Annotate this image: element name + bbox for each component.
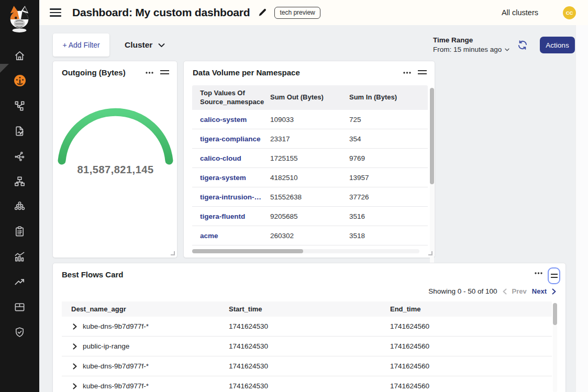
dashboard-gauge-icon: [14, 74, 26, 87]
scrollbar-thumb[interactable]: [192, 249, 303, 253]
vertical-scrollbar[interactable]: [553, 303, 557, 392]
expand-chevron-icon[interactable]: [73, 383, 77, 389]
cluster-dropdown[interactable]: Cluster: [125, 33, 165, 57]
namespace-link[interactable]: calico-system: [200, 116, 270, 124]
card-menu-ellipsis-icon[interactable]: [403, 72, 411, 74]
sidebar-item-workloads[interactable]: [14, 200, 26, 212]
start-time: 1741624530: [229, 362, 390, 370]
refresh-button[interactable]: [517, 40, 528, 50]
clipboard-report-icon: [14, 226, 26, 238]
dest-name: kube-dns-9b7d977f-*: [83, 382, 149, 390]
sidebar-item-home[interactable]: [14, 49, 26, 62]
sum-in-value: 3516: [349, 212, 417, 220]
namespace-link[interactable]: tigera-intrusion-d…: [200, 193, 270, 201]
table-row: acme 260302 3518: [192, 226, 428, 245]
namespace-link[interactable]: acme: [200, 232, 270, 240]
end-time: 1741624560: [390, 342, 552, 350]
sidebar-item-packages[interactable]: [14, 300, 26, 313]
dest-name: kube-dns-9b7d977f-*: [83, 362, 149, 370]
sum-out-value: 109033: [270, 116, 349, 124]
namespace-link[interactable]: calico-cloud: [200, 154, 270, 162]
trend-arrow-icon: [14, 276, 26, 288]
time-range-value: From: 15 minutes ago: [433, 46, 502, 53]
table-row: tigera-intrusion-d… 51552638 37726: [192, 187, 428, 207]
page-scrollbar[interactable]: [575, 25, 588, 392]
sidebar-item-service-graph[interactable]: [14, 99, 26, 112]
time-range: Time Range From: 15 minutes ago: [433, 36, 509, 53]
card-drag-handle-focused[interactable]: [548, 267, 560, 284]
sitemap-icon: [14, 175, 26, 187]
prev-button[interactable]: Prev: [512, 287, 527, 295]
outgoing-bytes-card: Outgoing (Bytes): [52, 61, 177, 258]
page-title: Dashboard: My custom dashboard: [72, 6, 250, 19]
resize-handle-icon[interactable]: [171, 251, 175, 255]
sidebar-item-compliance-reports[interactable]: [14, 225, 26, 238]
sum-out-value: 260302: [270, 232, 349, 240]
table-row: public-ip-range 1741624530 1741624560: [62, 337, 552, 356]
edit-pencil-icon[interactable]: [258, 8, 268, 18]
scrollbar-thumb[interactable]: [553, 303, 557, 325]
end-time: 1741624560: [390, 382, 552, 390]
tech-preview-badge: tech preview: [274, 7, 320, 19]
refresh-icon: [517, 40, 528, 50]
sidebar-item-metrics[interactable]: [14, 250, 26, 263]
scrollbar-thumb[interactable]: [430, 88, 434, 184]
column-header-end: End_time: [390, 305, 552, 313]
sum-in-value: 13957: [349, 174, 417, 182]
app-root: Dashboard: My custom dashboard tech prev…: [0, 0, 588, 392]
resize-handle-icon[interactable]: [428, 251, 432, 255]
avatar[interactable]: CC: [563, 6, 576, 19]
sum-out-value: 23317: [270, 135, 349, 143]
expand-chevron-icon[interactable]: [73, 363, 77, 369]
sidebar-item-flow-visualizations[interactable]: [14, 150, 26, 162]
sidebar-item-network-topology[interactable]: [14, 175, 26, 187]
table-row: tigera-system 4182510 13957: [192, 168, 428, 187]
column-header-sum-out: Sum Out (Bytes): [270, 93, 349, 102]
sum-in-value: 37726: [349, 193, 417, 201]
sum-out-value: 51552638: [270, 193, 349, 201]
sum-out-value: 9205685: [270, 212, 349, 220]
dest-name: public-ip-range: [83, 342, 129, 350]
sidebar-item-trends[interactable]: [14, 275, 26, 288]
time-range-value-dropdown[interactable]: From: 15 minutes ago: [433, 46, 509, 53]
add-filter-button[interactable]: + Add Filter: [53, 33, 109, 57]
time-range-label: Time Range: [433, 36, 509, 44]
sidebar-item-dashboards-active[interactable]: [14, 74, 26, 87]
next-button[interactable]: Next: [532, 287, 547, 295]
vertical-scrollbar[interactable]: [430, 87, 434, 268]
sidebar-item-security[interactable]: [14, 326, 26, 338]
namespace-table: Top Values Of Source_namespace Sum Out (…: [192, 85, 428, 245]
namespace-link[interactable]: tigera-fluentd: [200, 212, 270, 220]
expand-chevron-icon[interactable]: [73, 323, 77, 330]
card-drag-handle-icon[interactable]: [418, 70, 427, 75]
sidebar-item-policies[interactable]: [14, 125, 26, 137]
home-icon: [14, 50, 26, 62]
best-flows-card: Best Flows Card Showing 0 - 50 of 100 Pr…: [52, 263, 566, 392]
card-title: Best Flows Card: [62, 270, 124, 279]
chevron-right-icon[interactable]: [552, 288, 556, 295]
table-row: tigera-fluentd 9205685 3516: [192, 207, 428, 226]
sum-out-value: 1725155: [270, 154, 349, 162]
pagination-status: Showing 0 - 50 of 100: [428, 287, 497, 295]
column-header-sum-in: Sum In (Bytes): [349, 93, 417, 102]
expand-chevron-icon[interactable]: [73, 343, 77, 350]
top-header: Dashboard: My custom dashboard tech prev…: [39, 0, 588, 25]
start-time: 1741624530: [229, 322, 390, 330]
sidebar-nav: [0, 49, 39, 338]
cluster-dropdown-label: Cluster: [125, 40, 152, 50]
horizontal-scrollbar[interactable]: [192, 249, 419, 253]
chevron-down-icon: [505, 48, 509, 51]
card-menu-ellipsis-icon[interactable]: [535, 272, 542, 274]
table-row: kube-dns-9b7d977f-* 1741624530 174162456…: [62, 317, 552, 337]
best-flows-table: Dest_name_aggr Start_time End_time kube-…: [62, 301, 552, 392]
namespace-link[interactable]: tigera-compliance: [200, 135, 270, 143]
main-content: + Add Filter Cluster Time Range From: 15…: [39, 25, 588, 392]
namespace-link[interactable]: tigera-system: [200, 174, 270, 182]
cluster-scope-selector[interactable]: All clusters: [502, 8, 538, 17]
shield-check-icon: [14, 326, 26, 338]
menu-icon[interactable]: [50, 8, 61, 16]
gauge-value: 81,587,821,145: [53, 164, 178, 176]
actions-button[interactable]: Actions: [540, 37, 575, 53]
network-nodes-icon: [14, 150, 26, 162]
chevron-left-icon[interactable]: [503, 288, 507, 295]
